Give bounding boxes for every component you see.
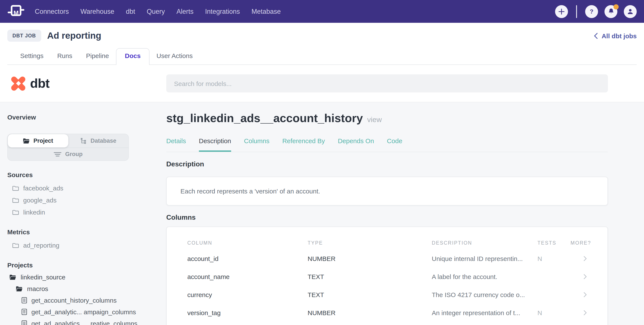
- col-header-tests: TESTS: [538, 240, 570, 245]
- columns-table-header: COLUMN TYPE DESCRIPTION TESTS MORE?: [187, 236, 599, 249]
- toggle-group[interactable]: Group: [8, 147, 128, 160]
- model-title: stg_linkedin_ads__account_history view: [166, 112, 608, 125]
- row-expand-button[interactable]: [570, 274, 600, 279]
- metrics-section: Metrics ad_reporting: [7, 228, 151, 251]
- model-type-label: view: [367, 116, 382, 124]
- dbt-logo-text: dbt: [30, 76, 50, 91]
- cell-column: currency: [187, 291, 308, 298]
- plus-icon: [558, 8, 565, 15]
- toggle-database[interactable]: Database: [68, 134, 128, 147]
- table-row[interactable]: currency TEXT The ISO 4217 currency code…: [187, 285, 599, 303]
- doc-tab-details[interactable]: Details: [166, 137, 186, 152]
- table-row[interactable]: version_tag NUMBER An integer representa…: [187, 303, 599, 321]
- folder-icon: [12, 185, 19, 191]
- file-icon: [22, 309, 27, 315]
- folder-icon: [12, 242, 19, 248]
- col-header-description: DESCRIPTION: [432, 240, 538, 245]
- columns-heading: Columns: [166, 214, 608, 221]
- app: M Connectors Warehouse dbt Query Alerts …: [0, 0, 644, 325]
- tab-pipeline[interactable]: Pipeline: [79, 49, 116, 65]
- folder-open-filled-icon: [16, 286, 23, 292]
- primary-nav: Connectors Warehouse dbt Query Alerts In…: [35, 8, 281, 15]
- overview-link[interactable]: Overview: [7, 114, 151, 121]
- sources-heading: Sources: [7, 171, 151, 178]
- tree-item-get-ad-analytic-campaign-columns[interactable]: get_ad_analytic... ampaign_columns: [7, 306, 151, 318]
- folder-icon: [12, 209, 19, 215]
- mozart-logo[interactable]: M: [7, 3, 24, 20]
- job-tabs: Settings Runs Pipeline Docs User Actions: [7, 48, 637, 65]
- search-input[interactable]: [166, 74, 608, 92]
- row-expand-button[interactable]: [570, 256, 600, 261]
- cell-type: TEXT: [308, 291, 432, 298]
- nav-item-query[interactable]: Query: [147, 8, 165, 15]
- svg-text:?: ?: [590, 8, 594, 15]
- chevron-right-icon: [584, 274, 587, 279]
- nav-item-connectors[interactable]: Connectors: [35, 8, 69, 15]
- chevron-left-icon: [594, 33, 598, 39]
- cell-column: version_tag: [187, 309, 308, 316]
- doc-tab-depends-on[interactable]: Depends On: [338, 137, 374, 152]
- sidebar-item-google-ads[interactable]: google_ads: [7, 194, 151, 206]
- dbt-docs-header: dbt: [0, 65, 644, 102]
- nav-item-dbt[interactable]: dbt: [126, 8, 135, 15]
- tree-item-macros[interactable]: macros: [7, 283, 151, 294]
- tab-runs[interactable]: Runs: [50, 49, 79, 65]
- all-dbt-jobs-link[interactable]: All dbt jobs: [594, 32, 637, 39]
- add-button[interactable]: [555, 5, 568, 18]
- nav-item-warehouse[interactable]: Warehouse: [80, 8, 114, 15]
- cell-description: An integer representation of t...: [432, 309, 538, 316]
- view-toggle: Project Database: [7, 134, 129, 161]
- folder-open-filled-icon: [9, 274, 16, 280]
- table-row[interactable]: status TEXT ACTIVE - Account is active; …: [187, 321, 599, 325]
- nav-item-alerts[interactable]: Alerts: [176, 8, 194, 15]
- description-heading: Description: [166, 160, 608, 168]
- question-icon: ?: [588, 8, 596, 15]
- page-header: DBT JOB Ad reporting All dbt jobs Settin…: [0, 23, 644, 65]
- account-button[interactable]: [624, 5, 637, 18]
- user-icon: [626, 8, 634, 15]
- col-header-type: TYPE: [308, 240, 432, 245]
- help-button[interactable]: ?: [585, 5, 598, 18]
- tab-settings[interactable]: Settings: [13, 49, 50, 65]
- tree-item-get-ad-analytics-creative-columns[interactable]: get_ad_analytics_... reative_columns: [7, 318, 151, 325]
- notification-badge: [614, 4, 619, 9]
- group-lines-icon: [54, 152, 62, 157]
- docs-sidebar: Overview Project: [0, 102, 151, 325]
- docs-body: Overview Project: [0, 102, 644, 325]
- notifications-button[interactable]: [604, 5, 617, 18]
- tree-item-linkedin-source[interactable]: linkedin_source: [7, 271, 151, 283]
- navbar-divider: [576, 5, 577, 18]
- dbt-logo-icon: [10, 76, 26, 91]
- projects-section: Projects linkedin_source: [7, 261, 151, 325]
- nav-item-metabase[interactable]: Metabase: [252, 8, 281, 15]
- cell-tests: N: [538, 309, 570, 316]
- tab-docs[interactable]: Docs: [116, 48, 150, 65]
- chevron-right-icon: [584, 292, 587, 297]
- projects-heading: Projects: [7, 261, 151, 269]
- doc-tab-columns[interactable]: Columns: [244, 137, 269, 152]
- doc-tab-description[interactable]: Description: [199, 137, 231, 152]
- sidebar-item-facebook-ads[interactable]: facebook_ads: [7, 182, 151, 194]
- sources-section: Sources facebook_ads google_ads: [7, 171, 151, 218]
- sidebar-item-ad-reporting[interactable]: ad_reporting: [7, 239, 151, 251]
- table-row[interactable]: account_name TEXT A label for the accoun…: [187, 267, 599, 285]
- doc-tab-code[interactable]: Code: [387, 137, 402, 152]
- page-title: Ad reporting: [47, 31, 101, 41]
- row-expand-button[interactable]: [570, 292, 600, 297]
- folder-icon: [12, 197, 19, 203]
- tab-user-actions[interactable]: User Actions: [150, 49, 200, 65]
- cell-description: A label for the account.: [432, 273, 538, 280]
- model-doc-tabs: Details Description Columns Referenced B…: [166, 137, 608, 152]
- dbt-logo[interactable]: dbt: [10, 76, 50, 91]
- cell-type: NUMBER: [308, 255, 432, 262]
- navbar-actions: ?: [555, 5, 637, 18]
- col-header-column: COLUMN: [187, 240, 308, 245]
- toggle-project[interactable]: Project: [8, 134, 68, 147]
- nav-item-integrations[interactable]: Integrations: [205, 8, 240, 15]
- row-expand-button[interactable]: [570, 310, 600, 315]
- table-row[interactable]: account_id NUMBER Unique internal ID rep…: [187, 249, 599, 267]
- doc-tab-referenced-by[interactable]: Referenced By: [282, 137, 325, 152]
- tree-item-get-account-history-columns[interactable]: get_account_history_columns: [7, 294, 151, 306]
- cell-column: account_name: [187, 273, 308, 280]
- sidebar-item-linkedin[interactable]: linkedin: [7, 206, 151, 218]
